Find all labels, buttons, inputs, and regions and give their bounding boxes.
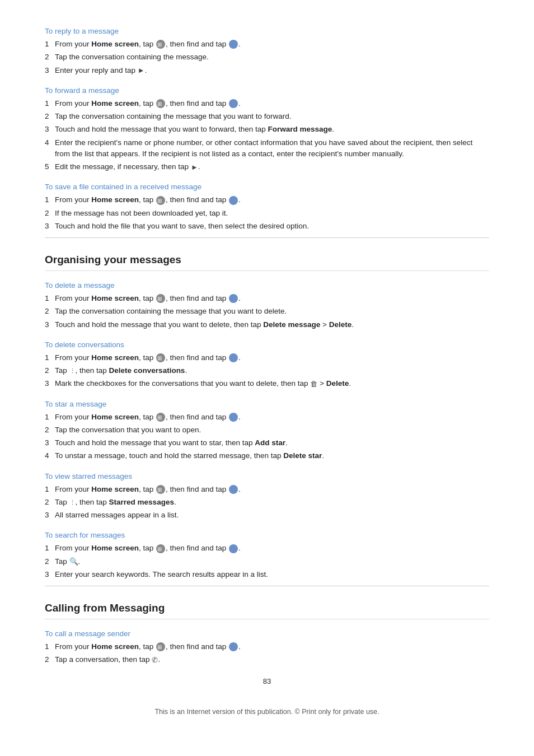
section2-title: Organising your messages <box>45 254 489 271</box>
list-item: 3 All starred messages appear in a list. <box>45 510 489 521</box>
heading-call-sender: To call a message sender <box>45 629 489 638</box>
page-number: 83 <box>45 677 489 685</box>
list-item: 2 Tap 🔍. <box>45 556 489 567</box>
grid-icon <box>156 196 165 205</box>
trash-icon: 🗑 <box>310 379 317 390</box>
grid-icon <box>156 544 165 553</box>
list-item: 1 From your Home screen, tap , then find… <box>45 641 489 652</box>
list-forward: 1 From your Home screen, tap , then find… <box>45 98 489 173</box>
heading-star-msg: To star a message <box>45 400 489 408</box>
list-star-msg: 1 From your Home screen, tap , then find… <box>45 412 489 462</box>
list-item: 3 Enter your search keywords. The search… <box>45 569 489 580</box>
list-item: 3 Enter your reply and tap ►. <box>45 65 489 76</box>
list-item: 2 Tap the conversation that you want to … <box>45 424 489 436</box>
list-item: 1 From your Home screen, tap , then find… <box>45 39 489 50</box>
list-item: 1 From your Home screen, tap , then find… <box>45 352 489 363</box>
list-item: 3 Mark the checkboxes for the conversati… <box>45 378 489 389</box>
list-item: 3 Touch and hold the message that you wa… <box>45 437 489 449</box>
more-icon: ⋮ <box>69 498 76 507</box>
circle-icon <box>229 196 238 205</box>
circle-icon <box>229 642 238 651</box>
heading-delete-conv: To delete conversations <box>45 340 489 349</box>
grid-icon <box>156 413 165 422</box>
list-item: 1 From your Home screen, tap , then find… <box>45 543 489 554</box>
list-item: 4 To unstar a message, touch and hold th… <box>45 450 489 461</box>
heading-reply: To reply to a message <box>45 27 489 35</box>
circle-icon <box>229 40 238 49</box>
footer-text: This is an Internet version of this publ… <box>45 708 489 716</box>
list-call-sender: 1 From your Home screen, tap , then find… <box>45 641 489 666</box>
list-item: 2 If the message has not been downloaded… <box>45 208 489 219</box>
list-item: 2 Tap a conversation, then tap ✆. <box>45 654 489 665</box>
grid-icon <box>156 642 165 651</box>
send-icon: ► <box>191 162 198 173</box>
list-item: 1 From your Home screen, tap , then find… <box>45 412 489 423</box>
grid-icon <box>156 294 165 303</box>
circle-icon <box>229 99 238 108</box>
list-delete-conv: 1 From your Home screen, tap , then find… <box>45 352 489 390</box>
list-item: 2 Tap ⋮, then tap Starred messages. <box>45 497 489 508</box>
heading-save-file: To save a file contained in a received m… <box>45 183 489 191</box>
grid-icon <box>156 40 165 49</box>
circle-icon <box>229 544 238 553</box>
list-delete-msg: 1 From your Home screen, tap , then find… <box>45 293 489 330</box>
grid-icon <box>156 485 165 494</box>
list-save-file: 1 From your Home screen, tap , then find… <box>45 194 489 232</box>
list-item: 2 Tap the conversation containing the me… <box>45 111 489 122</box>
search-icon: 🔍 <box>69 556 78 567</box>
list-item: 3 Touch and hold the message that you wa… <box>45 319 489 330</box>
circle-icon <box>229 413 238 422</box>
divider2 <box>45 586 489 586</box>
more-icon: ⋮ <box>69 366 76 376</box>
list-search-msg: 1 From your Home screen, tap , then find… <box>45 543 489 580</box>
grid-icon <box>156 99 165 108</box>
list-view-starred: 1 From your Home screen, tap , then find… <box>45 484 489 521</box>
page-container: To reply to a message 1 From your Home s… <box>45 27 489 716</box>
heading-search-msg: To search for messages <box>45 531 489 539</box>
circle-icon <box>229 353 238 362</box>
circle-icon <box>229 294 238 303</box>
heading-view-starred: To view starred messages <box>45 472 489 480</box>
divider <box>45 237 489 238</box>
list-item: 3 Touch and hold the file that you want … <box>45 221 489 232</box>
list-item: 1 From your Home screen, tap , then find… <box>45 98 489 109</box>
list-item: 2 Tap the conversation containing the me… <box>45 306 489 317</box>
list-item: 3 Touch and hold the message that you wa… <box>45 124 489 135</box>
send-icon: ► <box>138 65 145 76</box>
list-item: 1 From your Home screen, tap , then find… <box>45 293 489 304</box>
list-item: 1 From your Home screen, tap , then find… <box>45 194 489 206</box>
heading-delete-msg: To delete a message <box>45 281 489 290</box>
list-item: 5 Edit the message, if necessary, then t… <box>45 161 489 172</box>
list-item: 2 Tap ⋮, then tap Delete conversations. <box>45 365 489 376</box>
list-reply: 1 From your Home screen, tap , then find… <box>45 39 489 76</box>
grid-icon <box>156 353 165 362</box>
circle-icon <box>229 485 238 494</box>
list-item: 2 Tap the conversation containing the me… <box>45 52 489 63</box>
list-item: 4 Enter the recipient's name or phone nu… <box>45 137 489 160</box>
heading-forward: To forward a message <box>45 86 489 95</box>
section3-title: Calling from Messaging <box>45 602 489 619</box>
list-item: 1 From your Home screen, tap , then find… <box>45 484 489 495</box>
phone-icon: ✆ <box>152 655 158 666</box>
